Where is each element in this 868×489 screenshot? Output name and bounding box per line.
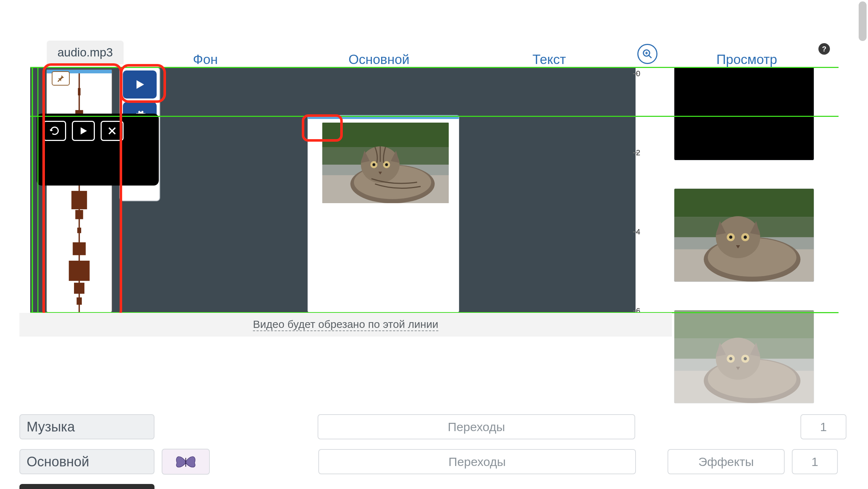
- transitions-label: Переходы: [448, 455, 505, 469]
- effects-button[interactable]: Эффекты: [668, 449, 785, 474]
- row-main: Основной Переходы Эффекты 1: [19, 449, 846, 475]
- popup-refresh-button[interactable]: [43, 121, 66, 141]
- refresh-icon: [49, 125, 60, 136]
- ruler-tick: 2: [636, 148, 640, 157]
- svg-point-27: [373, 163, 375, 166]
- help-button-top[interactable]: ?: [818, 43, 830, 55]
- guide-vertical-aux: [37, 67, 38, 313]
- svg-line-1: [649, 55, 652, 58]
- bottom-panel: Музыка Переходы 1 Основной Переходы Эффе…: [19, 414, 846, 489]
- waveform: [47, 73, 112, 312]
- pin-chip-audio[interactable]: [52, 71, 70, 86]
- main-track-label[interactable]: Основной: [19, 449, 154, 474]
- window-scrollbar[interactable]: [859, 1, 867, 41]
- help-icon: ?: [822, 45, 826, 53]
- column-header-preview[interactable]: Просмотр: [716, 52, 777, 67]
- column-header-text[interactable]: Текст: [532, 52, 566, 67]
- popup-play-button[interactable]: [72, 121, 95, 141]
- zoom-in-button[interactable]: [637, 44, 657, 64]
- count-badge-2[interactable]: 1: [792, 449, 838, 474]
- svg-point-35: [716, 216, 760, 258]
- main-label-text: Основной: [27, 454, 89, 470]
- svg-point-50: [744, 357, 747, 360]
- music-label-text: Музыка: [27, 419, 75, 435]
- effects-label: Эффекты: [698, 455, 754, 469]
- row-music: Музыка Переходы 1: [19, 414, 846, 439]
- preview-frame-1[interactable]: [674, 67, 814, 160]
- svg-point-38: [729, 236, 732, 239]
- svg-rect-30: [674, 189, 814, 217]
- svg-point-39: [744, 236, 747, 239]
- butterfly-thumbnail[interactable]: [162, 449, 210, 475]
- main-clip-header: [308, 115, 459, 119]
- main-clip[interactable]: [308, 115, 459, 313]
- column-header-main[interactable]: Основной: [348, 52, 410, 67]
- column-header-background[interactable]: Фон: [193, 52, 218, 67]
- ruler-tick: 0: [636, 69, 640, 78]
- popup-close-button[interactable]: [101, 121, 124, 141]
- row-extra: [19, 484, 846, 489]
- svg-rect-41: [674, 310, 814, 339]
- count-badge-1[interactable]: 1: [800, 414, 846, 439]
- preview-frame-3[interactable]: [674, 310, 814, 403]
- transitions-button-2[interactable]: Переходы: [318, 449, 636, 474]
- preview-column: [674, 67, 817, 431]
- x-icon: [107, 125, 117, 136]
- pin-icon: [56, 74, 65, 83]
- butterfly-icon: [173, 453, 198, 471]
- crop-message-text: Видео будет обрезано по этой линии: [253, 318, 438, 331]
- transitions-button-1[interactable]: Переходы: [318, 414, 635, 439]
- count-value: 1: [812, 455, 818, 469]
- count-value: 1: [820, 420, 827, 434]
- time-ruler: 0 2 4 6 6.300: [636, 67, 657, 319]
- svg-point-28: [385, 163, 388, 166]
- audio-tab[interactable]: audio.mp3: [47, 41, 124, 64]
- svg-rect-15: [79, 73, 80, 312]
- zoom-in-icon: [642, 49, 653, 59]
- collapsed-track[interactable]: [19, 484, 154, 489]
- play-icon: [78, 125, 89, 136]
- crop-message-bar[interactable]: Видео будет обрезано по этой линии: [19, 313, 672, 337]
- guide-vertical-start: [32, 67, 33, 313]
- ruler-tick: 4: [636, 227, 640, 237]
- main-clip-thumbnail: [322, 123, 449, 203]
- preview-frame-2[interactable]: [674, 188, 814, 282]
- svg-point-46: [716, 338, 760, 380]
- audio-tab-label: audio.mp3: [57, 46, 113, 59]
- clip-context-popup: [37, 114, 159, 186]
- play-icon: [133, 78, 146, 91]
- svg-point-49: [729, 357, 732, 360]
- svg-rect-19: [322, 123, 449, 147]
- play-button[interactable]: [123, 70, 157, 99]
- audio-track[interactable]: [46, 69, 112, 313]
- transitions-label: Переходы: [448, 420, 505, 434]
- music-track-label[interactable]: Музыка: [19, 414, 154, 439]
